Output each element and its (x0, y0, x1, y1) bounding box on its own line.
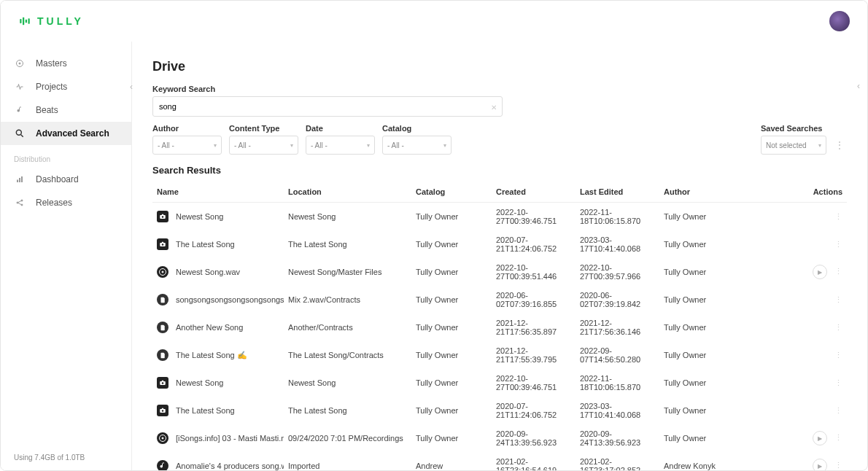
saved-searches-select[interactable]: Not selected▾ (761, 136, 826, 155)
file-icon (157, 322, 168, 333)
table-row[interactable]: Newest Song Newest Song Tully Owner 2022… (152, 369, 847, 397)
sidebar-item-label: Dashboard (36, 174, 79, 184)
table-row[interactable]: Anomalie's 4 producers song.wav Imported… (152, 452, 847, 470)
date-filter[interactable]: - All -▾ (306, 136, 375, 155)
sidebar-item-label: Projects (36, 82, 67, 92)
row-author: Tully Owner (659, 341, 732, 369)
svg-rect-8 (19, 178, 20, 182)
table-row[interactable]: The Latest Song The Latest Song Tully Ow… (152, 397, 847, 424)
col-name[interactable]: Name (152, 182, 284, 203)
svg-rect-1 (23, 17, 24, 26)
svg-rect-26 (162, 408, 164, 409)
row-edited: 2021-02-16T23:17:02.852 (576, 452, 659, 470)
col-location[interactable]: Location (284, 182, 411, 203)
row-edited: 2020-06-02T07:39:19.842 (576, 286, 659, 314)
table-row[interactable]: [iSongs.info] 03 - Masti Masti.null 09/2… (152, 424, 847, 452)
row-menu-icon[interactable]: ⋮ (834, 212, 842, 222)
row-menu-icon[interactable]: ⋮ (834, 267, 842, 276)
logo-text: TULLY (37, 15, 84, 27)
row-author: Andrew Konyk (659, 452, 732, 470)
sidebar-item-masters[interactable]: Masters (1, 52, 131, 75)
svg-point-14 (162, 216, 164, 218)
table-row[interactable]: Newest Song.wav Newest Song/Master Files… (152, 258, 847, 286)
content-type-filter[interactable]: - All -▾ (229, 136, 298, 155)
play-button[interactable]: ▶ (813, 459, 827, 470)
svg-point-11 (21, 200, 23, 201)
catalog-filter[interactable]: - All -▾ (382, 136, 452, 155)
row-name: Newest Song (176, 378, 223, 387)
svg-point-22 (162, 382, 164, 384)
row-created: 2020-09-24T13:39:56.923 (492, 424, 576, 452)
row-menu-icon[interactable]: ⋮ (834, 240, 842, 249)
sidebar-item-beats[interactable]: Beats (1, 98, 131, 122)
play-button[interactable]: ▶ (813, 431, 827, 445)
row-author: Tully Owner (659, 286, 732, 314)
right-collapse[interactable]: ‹ (857, 81, 860, 91)
sidebar-item-projects[interactable]: Projects (1, 75, 131, 98)
row-name: Newest Song.wav (176, 268, 240, 276)
table-row[interactable]: The Latest Song The Latest Song Tully Ow… (152, 230, 847, 258)
col-author[interactable]: Author (659, 182, 732, 203)
chevron-down-icon: ▾ (290, 142, 293, 149)
chevron-down-icon: ▾ (443, 142, 446, 149)
logo-icon (18, 15, 31, 28)
row-menu-icon[interactable]: ⋮ (834, 406, 842, 416)
row-edited: 2020-09-24T13:39:56.923 (576, 424, 659, 452)
row-menu-icon[interactable]: ⋮ (834, 351, 842, 360)
row-location: The Latest Song (284, 397, 411, 424)
row-catalog: Tully Owner (411, 341, 492, 369)
row-name: The Latest Song (176, 240, 235, 249)
row-menu-icon[interactable]: ⋮ (834, 378, 842, 388)
row-edited: 2022-11-18T10:06:15.870 (576, 369, 659, 397)
row-created: 2022-10-27T00:39:46.751 (492, 369, 576, 397)
sidebar-item-dashboard[interactable]: Dashboard (1, 168, 131, 191)
col-last-edited[interactable]: Last Edited (576, 182, 659, 203)
svg-point-5 (19, 63, 20, 64)
row-author: Tully Owner (659, 230, 732, 258)
row-created: 2022-10-27T00:39:46.751 (492, 203, 576, 231)
svg-point-25 (162, 410, 164, 412)
row-menu-icon[interactable]: ⋮ (834, 433, 842, 443)
svg-rect-15 (162, 214, 164, 215)
play-button[interactable]: ▶ (813, 265, 827, 279)
clear-icon[interactable]: ✕ (491, 104, 497, 112)
table-row[interactable]: songsongsongsongsongsongsongsong... Mix … (152, 286, 847, 314)
disc-icon (14, 58, 26, 69)
sidebar-item-label: Releases (36, 198, 72, 208)
table-row[interactable]: The Latest Song ✍️ The Latest Song/Contr… (152, 341, 847, 369)
sidebar-item-label: Advanced Search (36, 128, 109, 139)
table-row[interactable]: Newest Song Newest Song Tully Owner 2022… (152, 203, 847, 231)
svg-rect-0 (20, 19, 21, 23)
camera-icon (157, 405, 168, 416)
row-catalog: Tully Owner (411, 397, 492, 424)
catalog-filter-label: Catalog (382, 124, 452, 133)
note-icon (14, 104, 26, 116)
row-menu-icon[interactable]: ⋮ (834, 461, 842, 470)
row-catalog: Tully Owner (411, 424, 492, 452)
brand-logo[interactable]: TULLY (18, 15, 84, 28)
row-menu-icon[interactable]: ⋮ (834, 295, 842, 305)
sidebar-item-advanced-search[interactable]: Advanced Search (1, 122, 131, 145)
sidebar-item-releases[interactable]: Releases (1, 191, 131, 214)
svg-rect-23 (162, 381, 164, 381)
row-edited: 2023-03-17T10:41:40.068 (576, 397, 659, 424)
svg-point-10 (17, 202, 18, 203)
row-author: Tully Owner (659, 258, 732, 286)
disc-icon (157, 432, 168, 444)
author-filter[interactable]: - All -▾ (152, 136, 222, 155)
svg-point-20 (162, 271, 163, 273)
row-catalog: Tully Owner (411, 286, 492, 314)
camera-icon (157, 211, 168, 222)
row-menu-icon[interactable]: ⋮ (834, 323, 842, 332)
file-icon (157, 294, 168, 305)
row-author: Tully Owner (659, 424, 732, 452)
col-catalog[interactable]: Catalog (411, 182, 492, 203)
keyword-input[interactable] (152, 96, 503, 117)
svg-rect-3 (28, 18, 30, 24)
row-location: Newest Song/Master Files (284, 258, 411, 286)
avatar[interactable] (829, 11, 850, 31)
table-row[interactable]: Another New Song Another/Contracts Tully… (152, 314, 847, 341)
saved-searches-menu-icon[interactable]: ⋮ (832, 136, 847, 155)
row-location: 09/24/2020 7:01 PM/Recordings (284, 424, 411, 452)
col-created[interactable]: Created (492, 182, 576, 203)
